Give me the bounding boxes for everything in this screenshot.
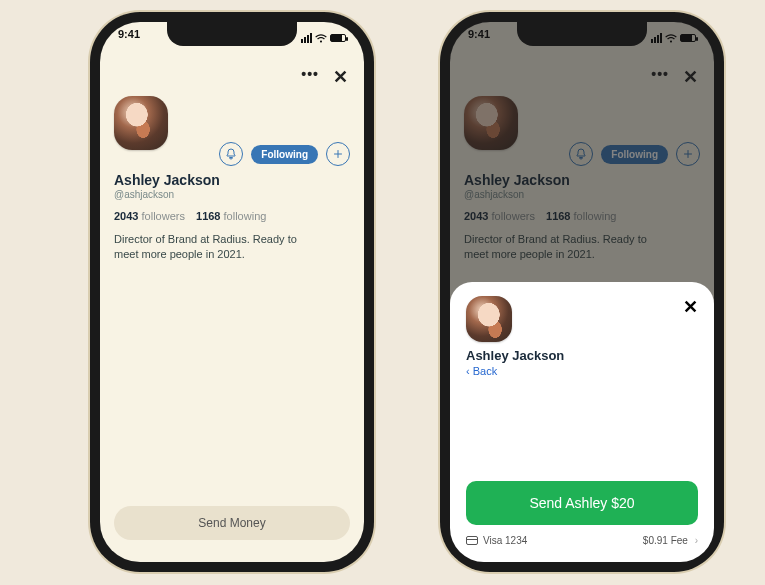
wifi-icon [665, 34, 677, 43]
screen: ••• ✕ Following Ashley Jackson @ashjacks… [100, 50, 364, 562]
sheet-close-button[interactable]: ✕ [683, 296, 698, 318]
signal-icon [301, 33, 312, 43]
following-count[interactable]: 1168 [196, 210, 220, 222]
profile-handle: @ashjackson [114, 189, 350, 200]
top-actions: ••• ✕ [114, 60, 350, 96]
back-label: Back [473, 365, 497, 377]
phone-profile: 9:41 ••• ✕ Following Ashley Jackson @ash… [100, 22, 364, 562]
send-button[interactable]: Send Ashley $20 [466, 481, 698, 525]
profile-name: Ashley Jackson [114, 172, 350, 188]
notch [167, 22, 297, 46]
profile-stats: 2043 followers 1168 following [114, 210, 350, 222]
chevron-left-icon: ‹ [466, 365, 473, 377]
fee-label: $0.91 Fee [643, 535, 688, 546]
followers-label: followers [142, 210, 185, 222]
plus-icon [332, 148, 344, 160]
status-indicators [651, 28, 696, 48]
profile-bio: Director of Brand at Radius. Ready to me… [114, 232, 324, 263]
followers-count[interactable]: 2043 [114, 210, 138, 222]
notify-button[interactable] [219, 142, 243, 166]
back-button[interactable]: ‹ Back [466, 365, 698, 377]
notch [517, 22, 647, 46]
avatar[interactable] [114, 96, 168, 150]
status-time: 9:41 [118, 28, 140, 48]
following-label: following [224, 210, 267, 222]
send-sheet: ✕ Ashley Jackson ‹ Back Send Ashley $20 … [450, 282, 714, 562]
add-button[interactable] [326, 142, 350, 166]
sheet-avatar [466, 296, 512, 342]
following-button[interactable]: Following [251, 145, 318, 164]
bell-icon [225, 148, 237, 160]
card-icon [466, 536, 478, 545]
more-button[interactable]: ••• [301, 66, 319, 88]
close-button[interactable]: ✕ [333, 66, 348, 88]
chevron-right-icon: › [695, 535, 698, 546]
phone-send-sheet: 9:41 ••• ✕ Following Ashley Jackson @ash… [450, 22, 714, 562]
status-time: 9:41 [468, 28, 490, 48]
sheet-name: Ashley Jackson [466, 348, 698, 363]
status-indicators [301, 28, 346, 48]
battery-icon [680, 34, 696, 42]
send-money-button[interactable]: Send Money [114, 506, 350, 540]
wifi-icon [315, 34, 327, 43]
battery-icon [330, 34, 346, 42]
card-label: Visa 1234 [483, 535, 527, 546]
signal-icon [651, 33, 662, 43]
payment-row[interactable]: Visa 1234 $0.91 Fee › [466, 535, 698, 546]
